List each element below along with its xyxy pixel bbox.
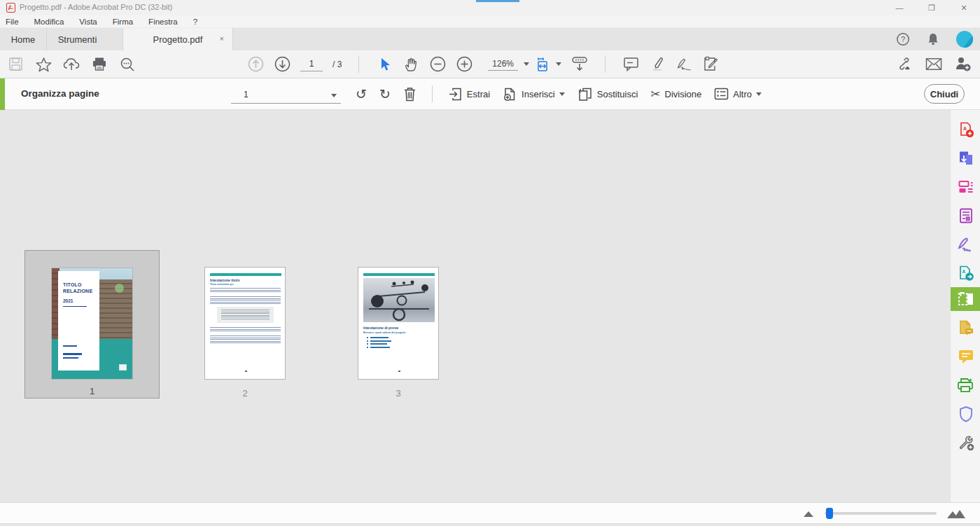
rotate-right-button[interactable]: ↻: [375, 85, 395, 104]
title-bar: Progetto.pdf - Adobe Acrobat Pro DC (32-…: [0, 0, 980, 15]
menu-file[interactable]: File: [6, 18, 19, 26]
send-file-icon[interactable]: A: [951, 261, 980, 285]
minimize-button[interactable]: —: [883, 0, 916, 15]
user-avatar[interactable]: [956, 31, 973, 48]
quote-block: [217, 307, 274, 323]
page-thumbnail-3[interactable]: Intestazione di prova Elencare i punti s…: [358, 267, 439, 399]
notifications-bell-icon[interactable]: [927, 32, 939, 46]
insert-label: Inserisci: [522, 89, 555, 99]
menu-edit[interactable]: Modifica: [34, 18, 64, 26]
edit-pdf-icon[interactable]: [951, 175, 980, 199]
comment-icon[interactable]: [622, 56, 639, 73]
chevron-down-icon: [756, 92, 762, 96]
tool-accent-bar: [0, 78, 5, 110]
screen-share-indicator: [476, 0, 519, 2]
chevron-down-icon: [524, 62, 529, 66]
svg-text:A: A: [962, 269, 965, 274]
request-signatures-icon[interactable]: [951, 316, 980, 340]
tool-title: Organizza pagine: [21, 88, 99, 99]
split-document-button[interactable]: ✂ Divisione: [646, 85, 706, 103]
extract-label: Estrai: [467, 89, 490, 99]
tab-tools[interactable]: Strumenti: [46, 28, 108, 50]
toolbar-divider: [358, 56, 359, 73]
scroll-mode-icon[interactable]: [571, 56, 588, 73]
organize-pages-toolbar: Organizza pagine ↺ ↻ Estrai Inserisci So…: [0, 78, 980, 110]
page-thumbnail-1-selected[interactable]: TITOLORELAZIONE 2021 1: [24, 250, 160, 399]
cover-logo: [119, 364, 127, 371]
zoom-level-dropdown[interactable]: 126%: [488, 57, 529, 71]
menu-help[interactable]: ?: [193, 18, 197, 26]
help-icon[interactable]: ?: [896, 32, 910, 46]
page-1-preview[interactable]: TITOLORELAZIONE 2021: [51, 268, 133, 380]
fit-width-dropdown[interactable]: [536, 56, 561, 73]
select-tool-icon[interactable]: [376, 56, 393, 73]
small-thumbnails-icon[interactable]: [802, 509, 815, 518]
toolbar-divider: [432, 85, 433, 102]
next-page-button[interactable]: [274, 56, 290, 73]
tab-bar: Home Strumenti Progetto.pdf × ?: [0, 28, 980, 50]
scan-ocr-icon[interactable]: [951, 373, 980, 397]
page-thumbnail-2[interactable]: Intestazione titolo Testo sottotitolo qu…: [204, 267, 286, 399]
slider-handle[interactable]: [826, 508, 833, 519]
print-icon[interactable]: [91, 56, 108, 73]
menu-sign[interactable]: Firma: [113, 18, 133, 26]
large-thumbnails-icon[interactable]: [946, 508, 966, 519]
menu-window[interactable]: Finestra: [148, 18, 178, 26]
more-tools-icon[interactable]: [951, 431, 980, 455]
tab-document[interactable]: Progetto.pdf ×: [122, 28, 233, 50]
export-pdf-icon[interactable]: [951, 146, 980, 170]
previous-page-button[interactable]: [247, 56, 264, 73]
page-3-preview[interactable]: Intestazione di prova Elencare i punti s…: [358, 267, 439, 380]
menu-view[interactable]: Vista: [79, 18, 97, 26]
zoom-in-icon[interactable]: [456, 56, 472, 73]
save-button[interactable]: [7, 56, 24, 73]
organize-pages-icon-active[interactable]: [951, 287, 980, 311]
page-2-preview[interactable]: Intestazione titolo Testo sottotitolo qu…: [204, 267, 286, 380]
close-button[interactable]: ✕: [948, 0, 980, 15]
toolbar-divider: [605, 56, 606, 73]
close-tool-button[interactable]: Chiudi: [924, 84, 965, 104]
page-number-input[interactable]: [300, 57, 323, 71]
page-total-label: / 3: [332, 60, 342, 69]
fill-sign-icon[interactable]: [676, 56, 692, 73]
page-range-dropdown[interactable]: [231, 85, 341, 104]
fill-and-sign-icon[interactable]: [951, 233, 980, 256]
edit-pdf-toolbar-icon[interactable]: [702, 56, 719, 73]
delete-pages-button[interactable]: [399, 84, 421, 104]
email-icon[interactable]: [925, 56, 942, 73]
thumbnail-size-slider: [802, 503, 966, 524]
page-range-input[interactable]: [231, 90, 315, 99]
highlight-icon[interactable]: [649, 56, 666, 73]
bullet-list: [367, 337, 391, 348]
zoom-out-icon[interactable]: [429, 56, 446, 73]
replace-pages-button[interactable]: Sostituisci: [573, 84, 643, 104]
prepare-form-icon[interactable]: [951, 204, 980, 228]
insert-pages-button[interactable]: Inserisci: [498, 84, 569, 104]
share-link-icon[interactable]: [896, 56, 913, 73]
tab-home[interactable]: Home: [0, 28, 46, 50]
page-2-heading: Intestazione titolo: [210, 278, 240, 282]
main-toolbar: / 3 126%: [0, 50, 980, 78]
protect-icon[interactable]: [951, 402, 980, 426]
page-2-subheading: Testo sottotitolo qui: [210, 283, 233, 286]
document-tab-label: Progetto.pdf: [153, 34, 203, 45]
share-people-icon[interactable]: [955, 56, 972, 73]
comment-tool-icon[interactable]: [951, 345, 980, 368]
bottom-bar: [0, 502, 980, 524]
search-icon[interactable]: [119, 56, 136, 73]
cover-year: 2021: [63, 298, 95, 303]
hand-tool-icon[interactable]: [402, 56, 419, 73]
page-number-label: 3: [396, 388, 400, 399]
chevron-down-icon: [556, 62, 561, 66]
restore-button[interactable]: ❐: [916, 0, 948, 15]
create-pdf-icon[interactable]: A: [951, 118, 980, 141]
more-label: Altro: [733, 89, 752, 99]
slider-track[interactable]: [825, 512, 937, 515]
close-document-icon[interactable]: ×: [220, 34, 224, 43]
more-options-button[interactable]: Altro: [710, 85, 766, 103]
favorite-star-icon[interactable]: [35, 56, 52, 73]
rotate-left-button[interactable]: ↺: [351, 85, 371, 104]
cloud-upload-icon[interactable]: [63, 56, 80, 73]
svg-text:?: ?: [901, 35, 905, 43]
extract-pages-button[interactable]: Estrai: [444, 84, 494, 104]
